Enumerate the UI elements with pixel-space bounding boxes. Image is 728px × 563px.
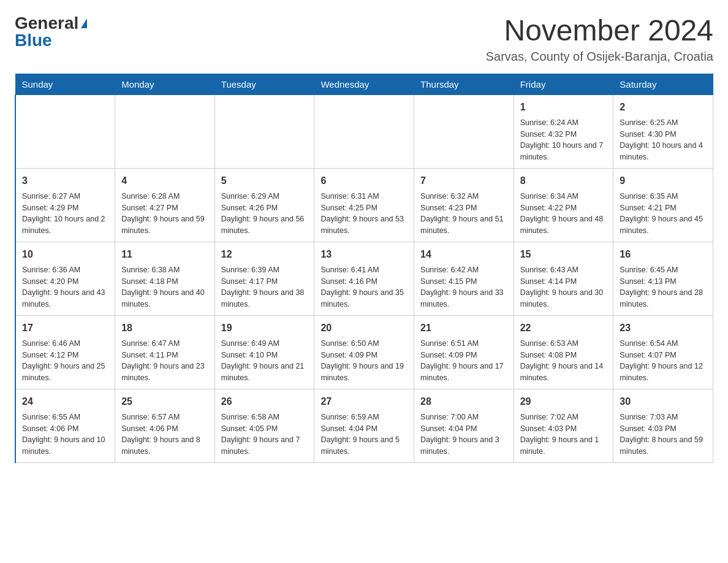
day-info: Sunrise: 6:41 AMSunset: 4:16 PMDaylight:… [320,264,408,310]
calendar-cell [115,94,215,168]
calendar-cell: 20Sunrise: 6:50 AMSunset: 4:09 PMDayligh… [314,315,414,389]
day-number: 7 [420,174,507,188]
calendar-header-row: SundayMondayTuesdayWednesdayThursdayFrid… [15,74,713,94]
calendar-cell: 27Sunrise: 6:59 AMSunset: 4:04 PMDayligh… [314,389,414,462]
day-number: 27 [320,394,408,409]
day-number: 12 [221,247,308,262]
calendar-cell: 21Sunrise: 6:51 AMSunset: 4:09 PMDayligh… [414,315,514,389]
day-number: 18 [121,321,208,335]
logo: General Blue [15,15,87,49]
calendar-cell: 10Sunrise: 6:36 AMSunset: 4:20 PMDayligh… [15,242,115,315]
day-info: Sunrise: 6:32 AMSunset: 4:23 PMDaylight:… [420,191,507,237]
calendar-cell: 22Sunrise: 6:53 AMSunset: 4:08 PMDayligh… [514,315,613,389]
calendar-cell: 17Sunrise: 6:46 AMSunset: 4:12 PMDayligh… [15,315,115,389]
day-info: Sunrise: 7:03 AMSunset: 4:03 PMDaylight:… [620,412,707,458]
day-number: 8 [520,174,607,188]
day-info: Sunrise: 6:57 AMSunset: 4:06 PMDaylight:… [121,412,208,458]
day-info: Sunrise: 6:59 AMSunset: 4:04 PMDaylight:… [320,412,408,458]
day-info: Sunrise: 6:39 AMSunset: 4:17 PMDaylight:… [221,264,308,310]
calendar-cell [15,94,115,168]
calendar-cell: 25Sunrise: 6:57 AMSunset: 4:06 PMDayligh… [115,389,215,462]
calendar-cell: 7Sunrise: 6:32 AMSunset: 4:23 PMDaylight… [414,168,514,242]
header-monday: Monday [115,74,215,94]
day-number: 30 [620,394,707,409]
day-number: 25 [121,394,208,409]
day-info: Sunrise: 6:27 AMSunset: 4:29 PMDaylight:… [22,191,108,237]
month-title: November 2024 [486,15,713,47]
day-number: 14 [420,247,507,262]
calendar-week-row: 24Sunrise: 6:55 AMSunset: 4:06 PMDayligh… [15,389,713,462]
calendar-week-row: 17Sunrise: 6:46 AMSunset: 4:12 PMDayligh… [15,315,713,389]
calendar-week-row: 3Sunrise: 6:27 AMSunset: 4:29 PMDaylight… [15,168,713,242]
calendar-cell [214,94,314,168]
header-sunday: Sunday [15,74,115,94]
calendar-cell: 1Sunrise: 6:24 AMSunset: 4:32 PMDaylight… [514,94,613,168]
day-number: 24 [22,394,108,409]
day-number: 29 [520,394,607,409]
day-info: Sunrise: 6:51 AMSunset: 4:09 PMDaylight:… [420,338,507,384]
calendar-cell [414,94,514,168]
calendar-week-row: 10Sunrise: 6:36 AMSunset: 4:20 PMDayligh… [15,242,713,315]
day-info: Sunrise: 6:47 AMSunset: 4:11 PMDaylight:… [121,338,208,384]
calendar-cell: 19Sunrise: 6:49 AMSunset: 4:10 PMDayligh… [214,315,314,389]
day-number: 11 [121,247,208,262]
day-number: 3 [22,174,108,188]
day-info: Sunrise: 6:45 AMSunset: 4:13 PMDaylight:… [620,264,707,310]
day-info: Sunrise: 6:49 AMSunset: 4:10 PMDaylight:… [221,338,308,384]
day-number: 26 [221,394,308,409]
day-info: Sunrise: 7:02 AMSunset: 4:03 PMDaylight:… [520,412,607,458]
calendar-cell: 11Sunrise: 6:38 AMSunset: 4:18 PMDayligh… [115,242,215,315]
calendar-cell: 5Sunrise: 6:29 AMSunset: 4:26 PMDaylight… [214,168,314,242]
day-number: 5 [221,174,308,188]
day-info: Sunrise: 7:00 AMSunset: 4:04 PMDaylight:… [420,412,507,458]
day-info: Sunrise: 6:25 AMSunset: 4:30 PMDaylight:… [620,117,707,163]
day-number: 1 [520,100,607,115]
calendar-cell: 24Sunrise: 6:55 AMSunset: 4:06 PMDayligh… [15,389,115,462]
day-info: Sunrise: 6:43 AMSunset: 4:14 PMDaylight:… [520,264,607,310]
day-number: 20 [320,321,408,335]
location-title: Sarvas, County of Osijek-Baranja, Croati… [486,50,713,64]
logo-blue-text: Blue [15,32,52,49]
day-info: Sunrise: 6:42 AMSunset: 4:15 PMDaylight:… [420,264,507,310]
calendar-table: SundayMondayTuesdayWednesdayThursdayFrid… [15,74,713,463]
day-number: 22 [520,321,607,335]
day-info: Sunrise: 6:46 AMSunset: 4:12 PMDaylight:… [22,338,108,384]
day-number: 6 [320,174,408,188]
day-number: 15 [520,247,607,262]
header-tuesday: Tuesday [214,74,314,94]
day-number: 4 [121,174,208,188]
day-number: 13 [320,247,408,262]
calendar-cell: 12Sunrise: 6:39 AMSunset: 4:17 PMDayligh… [214,242,314,315]
calendar-cell: 30Sunrise: 7:03 AMSunset: 4:03 PMDayligh… [613,389,713,462]
day-number: 16 [620,247,707,262]
day-number: 21 [420,321,507,335]
day-info: Sunrise: 6:36 AMSunset: 4:20 PMDaylight:… [22,264,108,310]
calendar-week-row: 1Sunrise: 6:24 AMSunset: 4:32 PMDaylight… [15,94,713,168]
day-number: 10 [22,247,108,262]
day-info: Sunrise: 6:55 AMSunset: 4:06 PMDaylight:… [22,412,108,458]
day-number: 28 [420,394,507,409]
calendar-cell: 23Sunrise: 6:54 AMSunset: 4:07 PMDayligh… [613,315,713,389]
day-info: Sunrise: 6:28 AMSunset: 4:27 PMDaylight:… [121,191,208,237]
calendar-cell: 16Sunrise: 6:45 AMSunset: 4:13 PMDayligh… [613,242,713,315]
calendar-cell: 18Sunrise: 6:47 AMSunset: 4:11 PMDayligh… [115,315,215,389]
calendar-cell: 6Sunrise: 6:31 AMSunset: 4:25 PMDaylight… [314,168,414,242]
calendar-cell: 14Sunrise: 6:42 AMSunset: 4:15 PMDayligh… [414,242,514,315]
header-saturday: Saturday [613,74,713,94]
calendar-cell: 3Sunrise: 6:27 AMSunset: 4:29 PMDaylight… [15,168,115,242]
logo-general-text: General [15,15,78,32]
day-info: Sunrise: 6:24 AMSunset: 4:32 PMDaylight:… [520,117,607,163]
day-info: Sunrise: 6:58 AMSunset: 4:05 PMDaylight:… [221,412,308,458]
calendar-cell [314,94,414,168]
calendar-cell: 26Sunrise: 6:58 AMSunset: 4:05 PMDayligh… [214,389,314,462]
calendar-cell: 28Sunrise: 7:00 AMSunset: 4:04 PMDayligh… [414,389,514,462]
header-thursday: Thursday [414,74,514,94]
day-number: 17 [22,321,108,335]
day-number: 2 [620,100,707,115]
logo-triangle-icon [81,18,87,28]
day-number: 19 [221,321,308,335]
day-number: 9 [620,174,707,188]
page-header: General Blue November 2024 Sarvas, Count… [15,15,713,64]
calendar-cell: 15Sunrise: 6:43 AMSunset: 4:14 PMDayligh… [514,242,613,315]
day-info: Sunrise: 6:53 AMSunset: 4:08 PMDaylight:… [520,338,607,384]
